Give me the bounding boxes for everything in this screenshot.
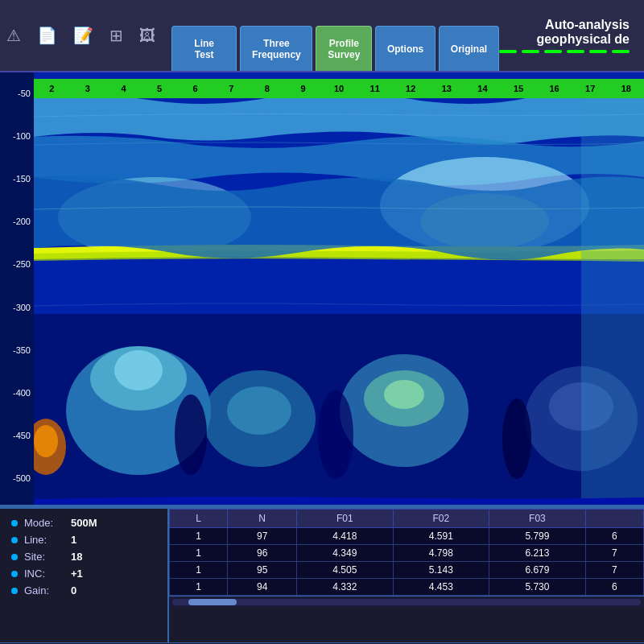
file-icon[interactable]: 📄: [37, 26, 57, 45]
x-label-8: 8: [250, 84, 286, 93]
svg-point-7: [114, 350, 163, 390]
x-label-13: 13: [429, 84, 465, 93]
file-add-icon[interactable]: 📝: [73, 26, 93, 45]
x-label-16: 16: [536, 84, 572, 93]
table-cell: 6.679: [489, 562, 586, 579]
y-label-100: -100: [0, 131, 34, 141]
x-label-12: 12: [393, 84, 429, 93]
info-row-inc: INC: +1: [11, 568, 156, 580]
y-label-350: -350: [0, 345, 34, 355]
table-row: 1974.4184.5915.7996: [170, 528, 644, 545]
legend-dot-2: [522, 50, 539, 53]
main-visualization: 2 3 4 5 6 7 8 9 10 11 12 13 14 15 16 17 …: [0, 72, 644, 507]
data-table: L N F01 F02 F03 1974.4184.5915.79961964.…: [169, 509, 644, 596]
x-label-10: 10: [321, 84, 357, 93]
legend-dot-6: [612, 50, 630, 53]
table-cell: 1: [170, 579, 228, 596]
data-table-area[interactable]: L N F01 F02 F03 1974.4184.5915.79961964.…: [169, 509, 644, 642]
y-label-150: -150: [0, 174, 34, 184]
tab-three-frequency[interactable]: Three Frequency: [240, 26, 312, 71]
table-cell: 4.798: [393, 545, 489, 562]
x-label-17: 17: [572, 84, 609, 93]
y-label-50: -50: [0, 89, 34, 98]
line-dot: [11, 537, 18, 543]
x-label-3: 3: [70, 84, 106, 93]
col-header-F01: F01: [297, 510, 394, 528]
svg-point-17: [175, 394, 207, 475]
line-value: 1: [71, 534, 76, 546]
table-cell: 5.799: [489, 528, 586, 545]
tab-line-test[interactable]: Line Test: [171, 26, 237, 71]
y-label-300: -300: [0, 303, 34, 312]
x-label-7: 7: [213, 84, 250, 93]
legend-dot-4: [567, 50, 584, 53]
table-cell: 4.418: [297, 528, 394, 545]
table-cell: 96: [228, 545, 297, 562]
legend-dot-1: [499, 50, 517, 53]
col-header-F03: F03: [489, 510, 586, 528]
col-header-L: L: [170, 510, 228, 528]
scrollbar-thumb[interactable]: [188, 599, 237, 605]
col-header-N: N: [228, 510, 297, 528]
image-icon[interactable]: 🖼: [139, 27, 155, 45]
mode-dot: [11, 520, 18, 526]
info-row-line: Line: 1: [11, 534, 156, 546]
svg-point-12: [384, 380, 424, 409]
table-cell: 97: [228, 528, 297, 545]
table-cell: 6.213: [489, 545, 586, 562]
table-row: 1954.5055.1436.6797: [170, 562, 644, 579]
scrollbar-area[interactable]: [169, 596, 644, 607]
x-label-14: 14: [464, 84, 501, 93]
legend-dot-5: [589, 50, 607, 53]
table-cell: 5.143: [393, 562, 489, 579]
gain-dot: [11, 588, 18, 594]
title-area: Auto-analysis geophysical de: [499, 18, 638, 53]
table-cell: 7: [585, 545, 643, 562]
table-row: 1944.3324.4535.7306: [170, 579, 644, 596]
scrollbar-track[interactable]: [172, 599, 641, 605]
table-cell: 1: [170, 528, 228, 545]
x-label-6: 6: [177, 84, 213, 93]
table-cell: 1: [170, 562, 228, 579]
y-label-250: -250: [0, 259, 34, 269]
table-header-row: L N F01 F02 F03: [170, 510, 644, 528]
y-label-450: -450: [0, 431, 34, 440]
tab-profile-survey[interactable]: Profile Survey: [316, 26, 372, 71]
svg-point-16: [34, 425, 58, 457]
line-label: Line:: [24, 534, 64, 546]
tab-options[interactable]: Options: [375, 26, 436, 71]
svg-point-19: [502, 398, 531, 479]
legend-dot-3: [544, 50, 562, 53]
tab-original[interactable]: Original: [439, 26, 499, 71]
table-cell: 5.730: [489, 579, 586, 596]
bottom-panel: Mode: 500M Line: 1 Site: 18 INC: +1 Gain…: [0, 507, 644, 642]
table-cell: 6: [585, 528, 643, 545]
site-dot: [11, 554, 18, 560]
gain-label: Gain:: [24, 584, 64, 597]
nav-tabs: Line Test Three Frequency Profile Survey…: [171, 0, 499, 71]
table-cell: 6: [585, 579, 643, 596]
grid-icon[interactable]: ⊞: [109, 26, 123, 45]
inc-value: +1: [71, 568, 83, 580]
x-label-18: 18: [609, 84, 645, 93]
info-panel: Mode: 500M Line: 1 Site: 18 INC: +1 Gain…: [0, 509, 169, 642]
x-label-5: 5: [142, 84, 178, 93]
y-label-200: -200: [0, 217, 34, 226]
svg-point-9: [227, 386, 291, 435]
table-cell: 4.505: [297, 562, 394, 579]
toolbar-icons: ⚠ 📄 📝 ⊞ 🖼: [6, 26, 155, 45]
x-label-4: 4: [105, 84, 142, 93]
table-cell: 1: [170, 545, 228, 562]
mode-label: Mode:: [24, 517, 64, 529]
x-header: 2 3 4 5 6 7 8 9 10 11 12 13 14 15 16 17 …: [34, 79, 644, 98]
viz-canvas: 2 3 4 5 6 7 8 9 10 11 12 13 14 15 16 17 …: [0, 72, 644, 505]
x-label-9: 9: [285, 84, 321, 93]
warning-icon[interactable]: ⚠: [6, 26, 21, 45]
geo-visualization: [34, 72, 644, 507]
y-label-500: -500: [0, 473, 34, 483]
table-cell: 4.453: [393, 579, 489, 596]
table-cell: 7: [585, 562, 643, 579]
table-cell: 4.591: [393, 528, 489, 545]
col-header-F02: F02: [393, 510, 489, 528]
inc-label: INC:: [24, 568, 64, 580]
